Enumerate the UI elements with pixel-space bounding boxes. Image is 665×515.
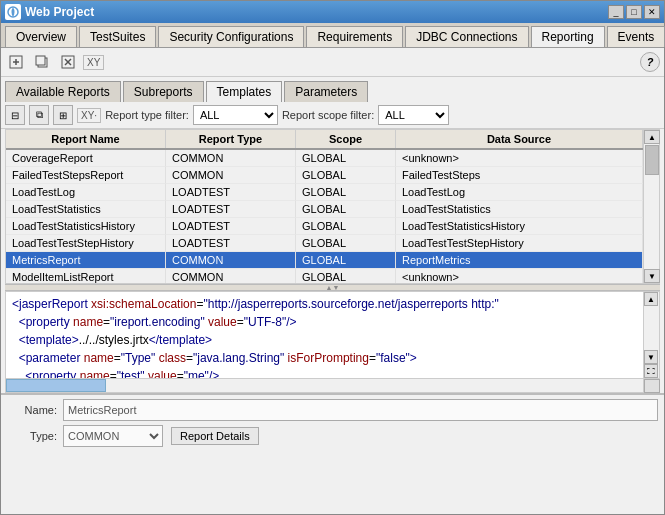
cell-type: LOADTEST	[166, 184, 296, 201]
xml-line: <property name="ireport.encoding" value=…	[12, 313, 637, 331]
toolbar: XY ?	[1, 48, 664, 77]
main-content: Available Reports Subreports Templates P…	[1, 77, 664, 514]
filter-xy-button[interactable]: XY·	[77, 108, 101, 123]
cell-type: LOADTEST	[166, 218, 296, 235]
xml-hscroll-btn[interactable]	[644, 379, 660, 393]
cell-name: LoadTestStatistics	[6, 201, 166, 218]
cell-scope: GLOBAL	[296, 184, 396, 201]
cell-source: LoadTestTestStepHistory	[396, 235, 643, 252]
cell-source: LoadTestLog	[396, 184, 643, 201]
xml-line: <parameter name="Type" class="java.lang.…	[12, 349, 637, 367]
window-icon	[5, 4, 21, 20]
type-field-row: Type: COMMON LOADTEST Report Details	[7, 425, 658, 447]
xml-scroll-down[interactable]: ▼	[644, 350, 658, 364]
xy-button[interactable]: XY	[83, 55, 104, 70]
xml-scroll-track	[644, 306, 659, 350]
xml-hscroll-thumb[interactable]	[6, 379, 106, 392]
cell-type: COMMON	[166, 167, 296, 184]
tab-available-reports[interactable]: Available Reports	[5, 81, 121, 102]
delete-button[interactable]	[57, 51, 79, 73]
scroll-up-button[interactable]: ▲	[644, 130, 660, 144]
minimize-button[interactable]: _	[608, 5, 624, 19]
xml-scroll-up[interactable]: ▲	[644, 292, 658, 306]
cell-scope: GLOBAL	[296, 235, 396, 252]
name-field-row: Name:	[7, 399, 658, 421]
tab-testsuites[interactable]: TestSuites	[79, 26, 156, 47]
report-details-button[interactable]: Report Details	[171, 427, 259, 445]
table-header: Report Name Report Type Scope Data Sourc…	[6, 130, 643, 150]
cell-name: LoadTestTestStepHistory	[6, 235, 166, 252]
tab-requirements[interactable]: Requirements	[306, 26, 403, 47]
maximize-button[interactable]: □	[626, 5, 642, 19]
filter-row: ⊟ ⧉ ⊞ XY· Report type filter: ALL COMMON…	[1, 102, 664, 129]
table-row[interactable]: CoverageReport COMMON GLOBAL <unknown>	[6, 150, 643, 167]
cell-source: LoadTestStatistics	[396, 201, 643, 218]
scope-filter-label: Report scope filter:	[282, 109, 374, 121]
name-input[interactable]	[63, 399, 658, 421]
tab-reporting[interactable]: Reporting	[531, 26, 605, 47]
type-filter-select[interactable]: ALL COMMON LOADTEST	[193, 105, 278, 125]
type-select[interactable]: COMMON LOADTEST	[63, 425, 163, 447]
filter-copy-button[interactable]: ⧉	[29, 105, 49, 125]
xml-expand-button[interactable]: ⛶	[644, 364, 658, 378]
cell-scope: GLOBAL	[296, 252, 396, 269]
xml-preview[interactable]: <jasperReport xsi:schemaLocation="http:/…	[5, 291, 644, 379]
cell-name: MetricsReport	[6, 252, 166, 269]
cell-scope: GLOBAL	[296, 269, 396, 283]
scroll-down-button[interactable]: ▼	[644, 269, 660, 283]
cell-scope: GLOBAL	[296, 150, 396, 167]
cell-type: COMMON	[166, 252, 296, 269]
filter-collapse-button[interactable]: ⊟	[5, 105, 25, 125]
tab-jdbc[interactable]: JDBC Connections	[405, 26, 528, 47]
scroll-track	[644, 144, 659, 269]
table-scroll-area: Report Name Report Type Scope Data Sourc…	[6, 130, 643, 283]
svg-rect-5	[36, 56, 45, 65]
title-bar: Web Project _ □ ✕	[1, 1, 664, 23]
col-header-type: Report Type	[166, 130, 296, 148]
cell-scope: GLOBAL	[296, 218, 396, 235]
tab-overview[interactable]: Overview	[5, 26, 77, 47]
filter-paste-button[interactable]: ⊞	[53, 105, 73, 125]
tab-parameters[interactable]: Parameters	[284, 81, 368, 102]
help-button[interactable]: ?	[640, 52, 660, 72]
type-filter-label: Report type filter:	[105, 109, 189, 121]
cell-type: COMMON	[166, 269, 296, 283]
table-container: Report Name Report Type Scope Data Sourc…	[5, 129, 660, 284]
cell-name: LoadTestStatisticsHistory	[6, 218, 166, 235]
window-title: Web Project	[25, 5, 94, 19]
cell-name: LoadTestLog	[6, 184, 166, 201]
cell-name: FailedTestStepsReport	[6, 167, 166, 184]
table-row[interactable]: FailedTestStepsReport COMMON GLOBAL Fail…	[6, 167, 643, 184]
table-row[interactable]: LoadTestStatistics LOADTEST GLOBAL LoadT…	[6, 201, 643, 218]
cell-scope: GLOBAL	[296, 167, 396, 184]
col-header-source: Data Source	[396, 130, 643, 148]
tab-subreports[interactable]: Subreports	[123, 81, 204, 102]
type-label: Type:	[7, 430, 57, 442]
table-row[interactable]: ModelItemListReport COMMON GLOBAL <unkno…	[6, 269, 643, 283]
tab-events[interactable]: Events	[607, 26, 665, 47]
tab-security[interactable]: Security Configurations	[158, 26, 304, 47]
cell-type: LOADTEST	[166, 201, 296, 218]
resize-icon: ▲▼	[326, 284, 340, 291]
table-row[interactable]: LoadTestStatisticsHistory LOADTEST GLOBA…	[6, 218, 643, 235]
bottom-panel: Name: Type: COMMON LOADTEST Report Detai…	[1, 393, 664, 455]
scroll-thumb[interactable]	[645, 145, 659, 175]
table-row[interactable]: LoadTestTestStepHistory LOADTEST GLOBAL …	[6, 235, 643, 252]
main-window: Web Project _ □ ✕ Overview TestSuites Se…	[0, 0, 665, 515]
sub-tab-bar: Available Reports Subreports Templates P…	[1, 77, 664, 102]
copy-button[interactable]	[31, 51, 53, 73]
scope-filter-select[interactable]: ALL GLOBAL LOCAL	[378, 105, 449, 125]
cell-type: LOADTEST	[166, 235, 296, 252]
table-row[interactable]: LoadTestLog LOADTEST GLOBAL LoadTestLog	[6, 184, 643, 201]
table-scrollbar: ▲ ▼	[643, 130, 659, 283]
col-header-name: Report Name	[6, 130, 166, 148]
table-row-selected[interactable]: MetricsReport COMMON GLOBAL ReportMetric…	[6, 252, 643, 269]
xml-line: <template>../../styles.jrtx</template>	[12, 331, 637, 349]
col-header-scope: Scope	[296, 130, 396, 148]
xml-line: <jasperReport xsi:schemaLocation="http:/…	[12, 295, 637, 313]
add-button[interactable]	[5, 51, 27, 73]
close-button[interactable]: ✕	[644, 5, 660, 19]
tab-templates[interactable]: Templates	[206, 81, 283, 102]
cell-scope: GLOBAL	[296, 201, 396, 218]
resize-handle[interactable]: ▲▼	[5, 284, 660, 291]
